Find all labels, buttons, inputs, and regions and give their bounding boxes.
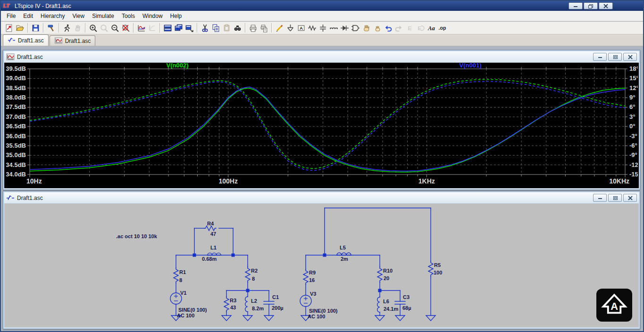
menu-hierarchy[interactable]: Hierarchy	[37, 11, 68, 21]
label-L6: L6	[383, 299, 389, 304]
x-tick-label: 100Hz	[218, 177, 237, 185]
menu-file[interactable]: File	[3, 11, 19, 21]
capacitor-C1	[264, 301, 274, 304]
toolbar-zoom-out-button[interactable]	[109, 23, 120, 33]
resistor-R2	[245, 267, 250, 282]
toolbar-ground-button[interactable]	[285, 23, 296, 33]
toolbar-separator	[159, 23, 160, 33]
toolbar-copy-button[interactable]	[210, 23, 221, 33]
schematic-restore-button[interactable]	[608, 194, 622, 202]
y-right-tick-label: 0°	[629, 123, 635, 130]
schematic-canvas[interactable]: R447R18R28R343R916R1020R5100L10.68mL52mL…	[4, 204, 639, 327]
menu-window[interactable]: Window	[139, 11, 167, 21]
legend-vn002: V(n002)	[167, 63, 189, 69]
app-restore-button[interactable]	[584, 2, 598, 9]
toolbar-diode-button[interactable]	[339, 23, 350, 33]
waveform-tab-icon	[54, 37, 63, 44]
junction-dot	[193, 254, 196, 257]
resistor-R3	[224, 297, 229, 312]
app-close-button[interactable]	[599, 2, 613, 9]
app-window-controls	[569, 2, 613, 9]
value-L1: 0.68m	[202, 256, 217, 262]
schematic-window: Draft1.asc R447R18R28R343R916R1020R5100L…	[3, 191, 640, 329]
menu-simulate[interactable]: Simulate	[88, 11, 118, 21]
ground-symbol	[395, 315, 405, 321]
y-left-tick-label: 34.5dB	[6, 161, 26, 168]
toolbar-component-button[interactable]	[350, 23, 361, 33]
menu-tools[interactable]: Tools	[118, 11, 139, 21]
svg-text:A: A	[611, 300, 618, 312]
label-R9: R9	[309, 270, 316, 275]
waveform-close-button[interactable]	[623, 53, 637, 61]
toolbar-autorange-button[interactable]	[136, 23, 147, 33]
toolbar-run-button[interactable]	[61, 23, 72, 33]
ground-symbol	[222, 315, 231, 321]
label-L5: L5	[340, 245, 346, 250]
y-right-tick-label: 9°	[629, 94, 635, 101]
label-L2: L2	[251, 298, 257, 304]
value-C3: 68µ	[402, 305, 411, 311]
toolbar-separator	[43, 23, 44, 33]
y-left-tick-label: 36.0dB	[6, 133, 26, 140]
y-left-tick-label: 39.5dB	[6, 65, 26, 72]
y-right-tick-label: 18°	[629, 65, 638, 72]
toolbar-new-schematic-button[interactable]	[4, 23, 15, 33]
toolbar-drag-button[interactable]	[372, 23, 383, 33]
vsource-V3	[300, 295, 311, 307]
value-R9: 16	[309, 277, 315, 283]
schematic-window-title-bar[interactable]: Draft1.asc	[4, 192, 639, 204]
toolbar-print-preview-button[interactable]	[259, 23, 269, 33]
toolbar-undo-button[interactable]	[383, 23, 393, 33]
waveform-window-title-bar[interactable]: Draft1.asc	[4, 51, 639, 63]
schematic-window-title: Draft1.asc	[17, 195, 593, 201]
waveform-minimize-button[interactable]	[593, 53, 607, 61]
toolbar-save-button[interactable]	[30, 23, 41, 33]
label-R2: R2	[251, 268, 258, 274]
toolbar-redo-button	[393, 23, 404, 33]
legend-vn001: V(n001)	[460, 63, 482, 69]
toolbar-capacitor-button[interactable]	[318, 23, 328, 33]
toolbar-find-button[interactable]	[232, 23, 243, 33]
value-R10: 20	[384, 275, 389, 281]
toolbar-control-panel-button[interactable]	[46, 23, 57, 33]
toolbar-cascade-windows-button[interactable]	[173, 23, 184, 33]
toolbar-move-button[interactable]	[361, 23, 372, 33]
menu-edit[interactable]: Edit	[19, 11, 37, 21]
toolbar-inductor-button[interactable]	[328, 23, 339, 33]
tab-schematic-draft1[interactable]: Draft1.asc	[3, 34, 49, 46]
toolbar-arrange-windows-button[interactable]	[184, 23, 195, 33]
label-R10: R10	[383, 268, 393, 274]
schematic-tab-icon	[8, 37, 16, 44]
toolbar-spice-directive-button[interactable]: .op	[437, 23, 448, 33]
toolbar-open-button[interactable]	[15, 23, 25, 33]
toolbar-wire-button[interactable]	[274, 23, 285, 33]
label-R5: R5	[434, 262, 441, 268]
waveform-window: Draft1.asc 39.5dB39.0dB38.5dB38.0dB37.5d…	[3, 50, 640, 190]
toolbar-text-button[interactable]: Aa	[426, 23, 437, 33]
app-title-bar[interactable]: LT LTspice IV - Draft1.asc	[1, 1, 643, 11]
toolbar-zoom-extents-button[interactable]	[120, 23, 131, 33]
menu-help[interactable]: Help	[167, 11, 186, 21]
toolbar-resistor-button[interactable]	[307, 23, 318, 33]
schematic-close-button[interactable]	[623, 194, 637, 202]
label-R4: R4	[207, 221, 214, 226]
toolbar-separator	[197, 23, 198, 33]
menu-bar: FileEditHierarchyViewSimulateToolsWindow…	[1, 11, 643, 21]
resistor-R10	[377, 267, 382, 282]
tab-waveform-draft1[interactable]: Draft1.asc	[50, 35, 96, 46]
svg-text:.op: .op	[439, 25, 446, 31]
toolbar-cut-button[interactable]	[200, 23, 210, 33]
app-minimize-button[interactable]	[569, 2, 583, 9]
label-L1: L1	[210, 245, 217, 250]
toolbar-zoom-in-button[interactable]	[88, 23, 99, 33]
toolbar-separator	[271, 23, 272, 33]
toolbar-tile-windows-button[interactable]	[162, 23, 173, 33]
schematic-minimize-button[interactable]	[593, 194, 607, 202]
waveform-plot-area[interactable]: 39.5dB39.0dB38.5dB38.0dB37.5dB37.0dB36.5…	[4, 63, 639, 188]
waveform-restore-button[interactable]	[608, 53, 622, 61]
toolbar-print-button[interactable]	[248, 23, 259, 33]
toolbar: AEEAa.op	[1, 22, 643, 34]
ground-symbol	[426, 315, 435, 321]
toolbar-net-label-button[interactable]: A	[296, 23, 307, 33]
menu-view[interactable]: View	[68, 11, 88, 21]
